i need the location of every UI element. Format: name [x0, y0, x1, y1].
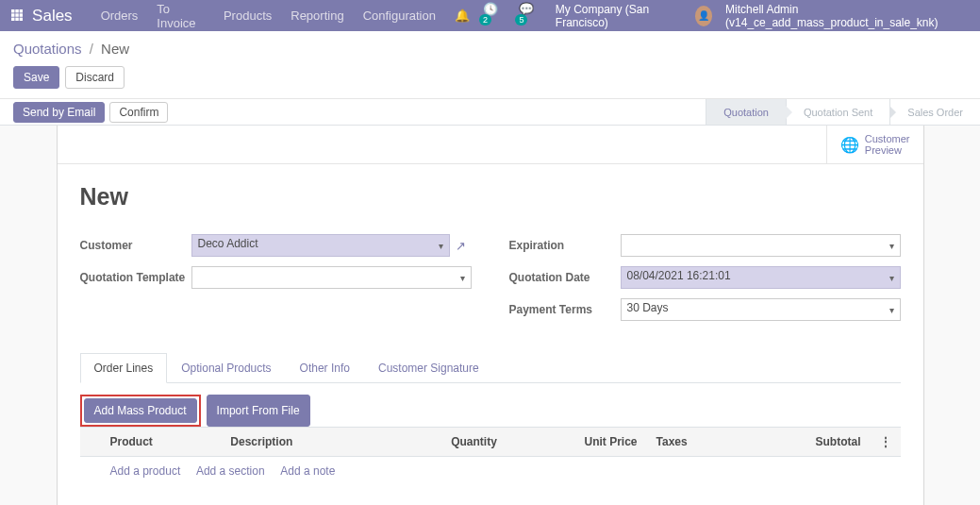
- button-box: 🌐 Customer Preview: [58, 126, 923, 164]
- col-subtotal: Subtotal: [744, 428, 870, 457]
- globe-icon: 🌐: [840, 136, 859, 154]
- svg-rect-7: [15, 17, 18, 20]
- svg-rect-1: [15, 9, 18, 12]
- template-label: Quotation Template: [80, 271, 191, 284]
- nav-products[interactable]: Products: [224, 8, 272, 23]
- messages-icon[interactable]: 💬5: [519, 2, 541, 30]
- add-section-link[interactable]: Add a section: [196, 464, 265, 478]
- date-input[interactable]: 08/04/2021 16:21:01 ▾: [621, 266, 901, 289]
- tab-optional-products[interactable]: Optional Products: [167, 353, 285, 383]
- save-button[interactable]: Save: [13, 66, 59, 89]
- caret-down-icon: ▾: [889, 273, 894, 283]
- customer-select[interactable]: Deco Addict ▾: [191, 234, 450, 257]
- expiration-label: Expiration: [509, 239, 621, 252]
- table-add-row: Add a product Add a section Add a note: [80, 457, 901, 486]
- discard-button[interactable]: Discard: [65, 66, 125, 89]
- confirm-button[interactable]: Confirm: [109, 102, 168, 123]
- col-kebab[interactable]: ⋮: [871, 428, 901, 457]
- external-link-icon[interactable]: ↗: [456, 239, 466, 253]
- date-label: Quotation Date: [509, 271, 621, 284]
- caret-down-icon: ▾: [460, 273, 465, 283]
- expiration-input[interactable]: ▾: [621, 234, 901, 257]
- caret-down-icon: ▾: [889, 241, 894, 251]
- breadcrumb-current: New: [101, 41, 129, 57]
- breadcrumb-root[interactable]: Quotations: [13, 41, 82, 57]
- template-select[interactable]: ▾: [191, 266, 472, 289]
- tabs: Order Lines Optional Products Other Info…: [80, 352, 901, 383]
- statusbar: Send by Email Confirm Quotation Quotatio…: [0, 99, 980, 126]
- main-navbar: Sales Orders To Invoice Products Reporti…: [0, 0, 980, 31]
- payment-terms-label: Payment Terms: [509, 303, 621, 316]
- form-scroll-area[interactable]: 🌐 Customer Preview New Customer Deco Add…: [0, 126, 980, 505]
- caret-down-icon: ▾: [439, 241, 443, 251]
- tab-customer-signature[interactable]: Customer Signature: [364, 353, 493, 383]
- svg-rect-8: [20, 17, 23, 20]
- brand[interactable]: Sales: [32, 7, 73, 25]
- status-sales-order[interactable]: Sales Order: [889, 99, 980, 125]
- nav-configuration[interactable]: Configuration: [363, 8, 436, 23]
- stat-line1: Customer: [865, 133, 910, 144]
- breadcrumb: Quotations / New: [13, 41, 967, 57]
- activities-icon[interactable]: 🕓2: [483, 2, 506, 30]
- status-quotation[interactable]: Quotation: [706, 99, 786, 125]
- control-panel: Quotations / New Save Discard: [0, 31, 980, 99]
- customer-label: Customer: [80, 239, 191, 252]
- nav-orders[interactable]: Orders: [101, 8, 139, 23]
- nav-reporting[interactable]: Reporting: [291, 8, 343, 23]
- svg-rect-4: [15, 13, 18, 16]
- form-sheet: 🌐 Customer Preview New Customer Deco Add…: [57, 126, 924, 505]
- drag-col: [80, 428, 101, 457]
- import-from-file-button[interactable]: Import From File: [207, 395, 310, 427]
- tab-order-lines[interactable]: Order Lines: [80, 353, 168, 383]
- notification-icon[interactable]: 🔔: [455, 8, 470, 23]
- col-quantity: Quantity: [380, 428, 507, 457]
- company-switcher[interactable]: My Company (San Francisco): [556, 3, 682, 29]
- tab-other-info[interactable]: Other Info: [286, 353, 364, 383]
- add-product-link[interactable]: Add a product: [110, 464, 181, 478]
- svg-rect-5: [20, 13, 23, 16]
- add-mass-product-button[interactable]: Add Mass Product: [84, 398, 197, 423]
- user-menu[interactable]: Mitchell Admin (v14_ce_add_mass_product_…: [725, 3, 969, 29]
- svg-rect-2: [20, 9, 23, 12]
- caret-down-icon: ▾: [889, 305, 894, 315]
- col-product: Product: [101, 428, 222, 457]
- svg-rect-0: [11, 9, 14, 12]
- nav-to-invoice[interactable]: To Invoice: [157, 2, 205, 30]
- customer-preview-button[interactable]: 🌐 Customer Preview: [826, 126, 923, 163]
- send-email-button[interactable]: Send by Email: [13, 102, 105, 123]
- systray: 🔔 🕓2 💬5 My Company (San Francisco) 👤 Mit…: [455, 2, 969, 30]
- order-lines-table: Product Description Quantity Unit Price …: [80, 427, 901, 485]
- svg-rect-6: [11, 17, 14, 20]
- svg-rect-3: [11, 13, 14, 16]
- avatar[interactable]: 👤: [695, 6, 713, 26]
- highlight-annotation: Add Mass Product: [80, 395, 201, 427]
- col-description: Description: [221, 428, 379, 457]
- page-title: New: [80, 183, 901, 210]
- status-quotation-sent[interactable]: Quotation Sent: [786, 99, 889, 125]
- payment-terms-select[interactable]: 30 Days ▾: [621, 298, 901, 321]
- add-note-link[interactable]: Add a note: [280, 464, 335, 478]
- col-taxes: Taxes: [647, 428, 745, 457]
- breadcrumb-sep: /: [90, 41, 93, 57]
- stat-line2: Preview: [865, 144, 910, 156]
- apps-icon[interactable]: [11, 9, 23, 23]
- col-unit-price: Unit Price: [507, 428, 647, 457]
